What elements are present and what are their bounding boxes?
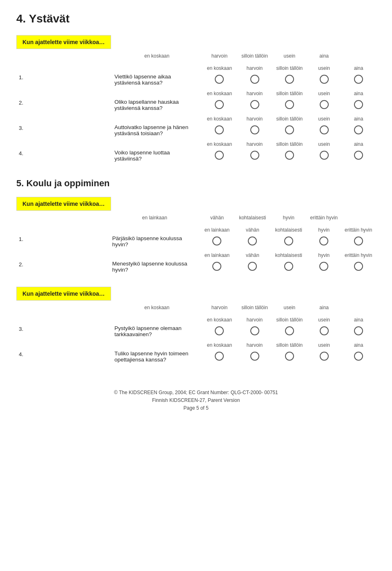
s5-q4-col5-label: aina bbox=[341, 339, 376, 349]
s5-school-header-row: en lainkaan vähän kohtalaisesti hyvin er… bbox=[16, 213, 376, 224]
s4-q1-row: 1. Viettikö lapsenne aikaa ystäviensä ka… bbox=[16, 72, 376, 87]
s5-q3-subheader: en koskaan harvoin silloin tällöin usein… bbox=[16, 314, 376, 323]
s4-col3-header: silloin tällöin bbox=[237, 51, 272, 62]
s5-q3-r3[interactable] bbox=[272, 323, 307, 339]
s5-q3-col1-label: en koskaan bbox=[202, 314, 237, 323]
s4-q3-r4[interactable] bbox=[307, 123, 341, 138]
s4-q2-subheader: en koskaan harvoin silloin tällöin usein… bbox=[16, 87, 376, 97]
section4-header-row: en koskaan harvoin silloin tällöin usein… bbox=[16, 51, 376, 62]
section4-block: Kun ajattelette viime viikkoa… en koskaa… bbox=[16, 35, 376, 163]
s5-q4-r3[interactable] bbox=[272, 349, 307, 364]
s4-q2-r4[interactable] bbox=[307, 97, 341, 113]
s5-freq-col2-header: harvoin bbox=[202, 303, 237, 314]
s4-col1-header: en koskaan bbox=[112, 51, 202, 62]
s5-freq-col1-header: en koskaan bbox=[112, 303, 202, 314]
s4-q4-col2-label: harvoin bbox=[237, 138, 272, 148]
s4-q2-col3-label: silloin tällöin bbox=[272, 87, 307, 97]
section-4-title: 4. Ystävät bbox=[16, 12, 376, 25]
s4-q3-col4-label: usein bbox=[307, 113, 341, 123]
s4-col4-header: usein bbox=[272, 51, 307, 62]
s5-q4-r4[interactable] bbox=[307, 349, 341, 364]
s5-q4-r5[interactable] bbox=[341, 349, 376, 364]
s4-q1-r1[interactable] bbox=[202, 72, 237, 87]
s5-q3-col2-label: harvoin bbox=[237, 314, 272, 323]
s4-q3-row: 3. Auttoivatko lapsenne ja hänen ystävän… bbox=[16, 123, 376, 138]
s4-q1-r3[interactable] bbox=[272, 72, 307, 87]
s4-q4-col4-label: usein bbox=[307, 138, 341, 148]
s4-q4-col1-label: en koskaan bbox=[202, 138, 237, 148]
s4-q3-r2[interactable] bbox=[237, 123, 272, 138]
s4-q2-r5[interactable] bbox=[341, 97, 376, 113]
s4-q4-text: Voiko lapsenne luottaa ystäviinsä? bbox=[112, 148, 202, 163]
s4-q1-r5[interactable] bbox=[341, 72, 376, 87]
s4-q4-row: 4. Voiko lapsenne luottaa ystäviinsä? bbox=[16, 148, 376, 163]
s5-q3-text: Pystyikö lapsenne olemaan tarkkaavainen? bbox=[112, 323, 202, 339]
s4-q2-col4-label: usein bbox=[307, 87, 341, 97]
s4-q1-col3-label: silloin tällöin bbox=[272, 62, 307, 72]
yellow-box-s5-1: Kun ajattelette viime viikkoa… bbox=[16, 197, 111, 211]
s4-col5-header: aina bbox=[307, 51, 341, 62]
s5-q2-r4[interactable] bbox=[307, 259, 341, 274]
section-5-title: 5. Koulu ja oppiminen bbox=[16, 178, 376, 189]
s4-q1-subheader: en koskaan harvoin silloin tällöin usein… bbox=[16, 62, 376, 72]
s5-q1-r1[interactable] bbox=[200, 234, 235, 249]
s4-q4-num: 4. bbox=[16, 148, 112, 163]
section5-school-block: Kun ajattelette viime viikkoa… en lainka… bbox=[16, 197, 376, 274]
s5-q2-r1[interactable] bbox=[200, 259, 235, 274]
s4-q4-r3[interactable] bbox=[272, 148, 307, 163]
section5-school-table: en lainkaan vähän kohtalaisesti hyvin er… bbox=[16, 213, 376, 274]
s4-q2-r2[interactable] bbox=[237, 97, 272, 113]
s5-q3-r1[interactable] bbox=[202, 323, 237, 339]
s4-q4-r2[interactable] bbox=[237, 148, 272, 163]
s5-q4-col1-label: en koskaan bbox=[202, 339, 237, 349]
s4-q4-r1[interactable] bbox=[202, 148, 237, 163]
s5-q4-col3-label: silloin tällöin bbox=[272, 339, 307, 349]
s5-q2-r5[interactable] bbox=[341, 259, 376, 274]
s4-q3-r3[interactable] bbox=[272, 123, 307, 138]
s4-q2-text: Oliko lapsellanne hauskaa ystäviensä kan… bbox=[112, 97, 202, 113]
s4-q4-r5[interactable] bbox=[341, 148, 376, 163]
s4-q3-col5-label: aina bbox=[341, 113, 376, 123]
s5-q3-row: 3. Pystyikö lapsenne olemaan tarkkaavain… bbox=[16, 323, 376, 339]
footer-line3: Page 5 of 5 bbox=[16, 404, 376, 412]
s4-q2-r1[interactable] bbox=[202, 97, 237, 113]
s4-q3-col3-label: silloin tällöin bbox=[272, 113, 307, 123]
s5-q3-r5[interactable] bbox=[341, 323, 376, 339]
s5-q2-r2[interactable] bbox=[234, 259, 270, 274]
s4-q4-r4[interactable] bbox=[307, 148, 341, 163]
s4-q1-r4[interactable] bbox=[307, 72, 341, 87]
s5-q4-r2[interactable] bbox=[237, 349, 272, 364]
s4-q1-text: Viettikö lapsenne aikaa ystäviensä kanss… bbox=[112, 72, 202, 87]
s5-q4-r1[interactable] bbox=[202, 349, 237, 364]
s5-q2-col4-label: hyvin bbox=[307, 249, 341, 259]
s5-q2-r3[interactable] bbox=[271, 259, 307, 274]
s4-q2-r3[interactable] bbox=[272, 97, 307, 113]
s5-q3-r4[interactable] bbox=[307, 323, 341, 339]
s4-q4-col5-label: aina bbox=[341, 138, 376, 148]
s5-q4-col2-label: harvoin bbox=[237, 339, 272, 349]
s5-q1-r2[interactable] bbox=[234, 234, 270, 249]
s4-q3-r5[interactable] bbox=[341, 123, 376, 138]
s5-q2-col2-label: vähän bbox=[234, 249, 270, 259]
s4-q3-r1[interactable] bbox=[202, 123, 237, 138]
yellow-box-s5-2: Kun ajattelette viime viikkoa… bbox=[16, 287, 111, 301]
s5-q2-text: Menestyikö lapsenne koulussa hyvin? bbox=[110, 259, 200, 274]
s4-q2-col2-label: harvoin bbox=[237, 87, 272, 97]
s4-q3-subheader: en koskaan harvoin silloin tällöin usein… bbox=[16, 113, 376, 123]
yellow-box-s4: Kun ajattelette viime viikkoa… bbox=[16, 35, 111, 49]
s5-freq-header-row: en koskaan harvoin silloin tällöin usein… bbox=[16, 303, 376, 314]
s5-q2-num: 2. bbox=[16, 259, 110, 274]
s5-q2-subheader: en lainkaan vähän kohtalaisesti hyvin er… bbox=[16, 249, 376, 259]
s5-q1-r3[interactable] bbox=[271, 234, 307, 249]
s5-q1-r5[interactable] bbox=[341, 234, 376, 249]
s5-q4-text: Tuliko lapsenne hyvin toimeen opettajien… bbox=[112, 349, 202, 364]
s5-q3-r2[interactable] bbox=[237, 323, 272, 339]
section-4: 4. Ystävät Kun ajattelette viime viikkoa… bbox=[16, 12, 376, 163]
s5-q1-r4[interactable] bbox=[307, 234, 341, 249]
s5-q1-num: 1. bbox=[16, 234, 110, 249]
section5-freq-block: Kun ajattelette viime viikkoa… en koskaa… bbox=[16, 287, 376, 364]
section5-freq-table-wrapper: en koskaan harvoin silloin tällöin usein… bbox=[16, 303, 376, 364]
s4-q1-col5-label: aina bbox=[341, 62, 376, 72]
s4-q1-r2[interactable] bbox=[237, 72, 272, 87]
s4-q1-col4-label: usein bbox=[307, 62, 341, 72]
